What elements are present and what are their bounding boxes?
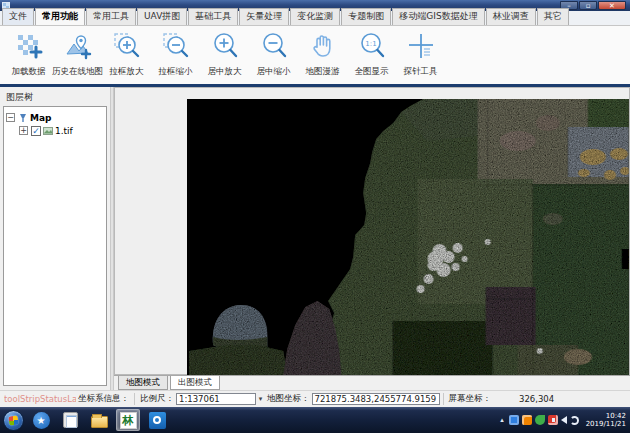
scale-combo[interactable]: 1:137061 xyxy=(176,393,256,405)
taskbar-notepad-app[interactable] xyxy=(58,409,82,431)
toolbar-label: 居中放大 xyxy=(208,66,242,78)
tree-node-layer[interactable]: + ✓ 1.tif xyxy=(19,124,104,137)
menu-tab-thematic-mapping[interactable]: 专题制图 xyxy=(341,8,391,25)
toolbar-label: 居中缩小 xyxy=(257,66,291,78)
box-zoom-out-button[interactable]: 拉框缩小 xyxy=(151,29,200,81)
center-zoom-out-icon xyxy=(259,31,289,61)
blue-ring-icon xyxy=(149,412,166,429)
map-coord-label: 地图坐标： xyxy=(267,393,310,405)
scale-dropdown-icon[interactable]: ▾ xyxy=(256,395,265,403)
star-icon: ★ xyxy=(33,412,50,429)
tray-input-method-icon[interactable] xyxy=(522,415,532,425)
box-zoom-out-icon xyxy=(161,31,191,61)
map-node-label: Map xyxy=(30,113,51,123)
coordsys-label: 坐标系信息： xyxy=(78,393,129,405)
start-button[interactable] xyxy=(3,410,24,431)
full-extent-icon: 1:1 xyxy=(357,31,387,61)
pan-hand-icon xyxy=(308,31,338,61)
map-coord-box[interactable]: 721875.3483,2455774.9159 xyxy=(312,393,440,405)
status-separator xyxy=(443,393,444,405)
close-button[interactable]: ✕ xyxy=(598,1,626,10)
status-bar: toolStripStatusLabel1 坐标系信息： 比例尺： 1:1370… xyxy=(0,390,630,407)
center-zoom-in-button[interactable]: 居中放大 xyxy=(200,29,249,81)
menu-tab-common-tools[interactable]: 常用工具 xyxy=(86,8,136,25)
history-online-map-icon xyxy=(63,31,93,61)
map-view[interactable] xyxy=(114,87,630,375)
full-extent-button[interactable]: 1:1 全图显示 xyxy=(347,29,396,81)
menu-tab-other[interactable]: 其它 xyxy=(537,8,569,25)
maximize-button[interactable]: ▫ xyxy=(579,1,597,10)
menu-tab-file[interactable]: 文件 xyxy=(2,8,34,25)
probe-tool-button[interactable]: 探针工具 xyxy=(396,29,445,81)
toolbar-label: 地图漫游 xyxy=(306,66,340,78)
status-separator xyxy=(134,393,135,405)
system-tray: ▴ 10:42 2019/11/21 xyxy=(500,412,630,428)
toolbar-label: 拉框放大 xyxy=(110,66,144,78)
volume-icon[interactable] xyxy=(561,416,567,424)
probe-tool-icon xyxy=(406,31,436,61)
application-window: – ▫ ✕ 文件 常用功能 常用工具 UAV拼图 基础工具 矢量处理 变化监测 … xyxy=(0,0,630,433)
sync-icon[interactable] xyxy=(570,416,579,425)
scale-label: 比例尺： xyxy=(140,393,174,405)
clock-date: 2019/11/21 xyxy=(586,420,626,428)
tree-node-map[interactable]: − Map xyxy=(6,111,104,124)
layer-panel: 图层树 − Map + ✓ xyxy=(0,87,110,390)
full-extent-icon-text: 1:1 xyxy=(365,40,376,48)
toolbar-label: 全图显示 xyxy=(355,66,389,78)
layer-tree[interactable]: − Map + ✓ xyxy=(3,106,107,386)
clock-time: 10:42 xyxy=(586,412,626,420)
taskbar-forest-gis-app[interactable]: 林 xyxy=(116,409,140,431)
history-online-map-button[interactable]: 历史在线地图 xyxy=(53,29,102,81)
screen-coord-label: 屏幕坐标： xyxy=(449,393,492,405)
tray-green-icon[interactable] xyxy=(535,415,545,425)
tab-map-mode[interactable]: 地图模式 xyxy=(118,376,168,390)
expand-icon[interactable]: + xyxy=(19,126,28,135)
load-data-button[interactable]: 加载数据 xyxy=(4,29,53,81)
center-zoom-in-icon xyxy=(210,31,240,61)
layer-checkbox[interactable]: ✓ xyxy=(31,126,41,136)
folder-icon xyxy=(91,416,108,428)
taskbar-star-app[interactable]: ★ xyxy=(29,409,53,431)
menu-tab-vector-processing[interactable]: 矢量处理 xyxy=(239,8,289,25)
center-zoom-out-button[interactable]: 居中缩小 xyxy=(249,29,298,81)
toolbar-label: 拉框缩小 xyxy=(159,66,193,78)
map-mode-tab-strip: 地图模式 出图模式 xyxy=(114,375,630,390)
document-icon xyxy=(63,412,78,428)
tray-blue-icon[interactable] xyxy=(509,415,519,425)
box-zoom-in-button[interactable]: 拉框放大 xyxy=(102,29,151,81)
layer-panel-title: 图层树 xyxy=(0,87,110,107)
menu-tab-bar: 文件 常用功能 常用工具 UAV拼图 基础工具 矢量处理 变化监测 专题制图 移… xyxy=(0,11,630,26)
menu-tab-change-monitoring[interactable]: 变化监测 xyxy=(290,8,340,25)
toolbar-label: 探针工具 xyxy=(404,66,438,78)
window-controls: – ▫ ✕ xyxy=(560,1,626,10)
windows-flag-icon xyxy=(8,415,18,425)
toolbar-label: 历史在线地图 xyxy=(52,66,103,78)
forest-app-icon: 林 xyxy=(120,412,137,429)
workspace: 图层树 − Map + ✓ xyxy=(0,87,630,390)
pan-button[interactable]: 地图漫游 xyxy=(298,29,347,81)
map-node-icon xyxy=(18,113,28,123)
toolbar: 加载数据 历史在线地图 xyxy=(0,26,630,84)
menu-tab-forestry-survey[interactable]: 林业调查 xyxy=(486,8,536,25)
clock[interactable]: 10:42 2019/11/21 xyxy=(586,412,626,428)
status-debug-label: toolStripStatusLabel1 xyxy=(4,394,76,404)
toolbar-label: 加载数据 xyxy=(12,66,46,78)
layer-node-label: 1.tif xyxy=(55,126,73,136)
taskbar-explorer[interactable] xyxy=(87,409,111,431)
taskbar-blue-o-app[interactable] xyxy=(145,409,169,431)
taskbar: ★ 林 ▴ 10:42 2019/11/21 xyxy=(0,407,630,433)
box-zoom-in-icon xyxy=(112,31,142,61)
menu-tab-basic-tools[interactable]: 基础工具 xyxy=(188,8,238,25)
raster-layer-icon xyxy=(43,126,53,136)
screen-coord-value: 326,304 xyxy=(519,394,554,404)
tray-expand-icon[interactable]: ▴ xyxy=(500,416,504,424)
tab-layout-mode[interactable]: 出图模式 xyxy=(170,376,220,390)
load-data-icon xyxy=(14,31,44,61)
map-canvas[interactable] xyxy=(187,99,629,375)
menu-tab-uav-mosaic[interactable]: UAV拼图 xyxy=(137,8,187,25)
collapse-icon[interactable]: − xyxy=(6,113,15,122)
menu-tab-common-functions[interactable]: 常用功能 xyxy=(35,8,85,25)
menu-tab-mobile-gis-data[interactable]: 移动端GIS数据处理 xyxy=(392,8,484,25)
